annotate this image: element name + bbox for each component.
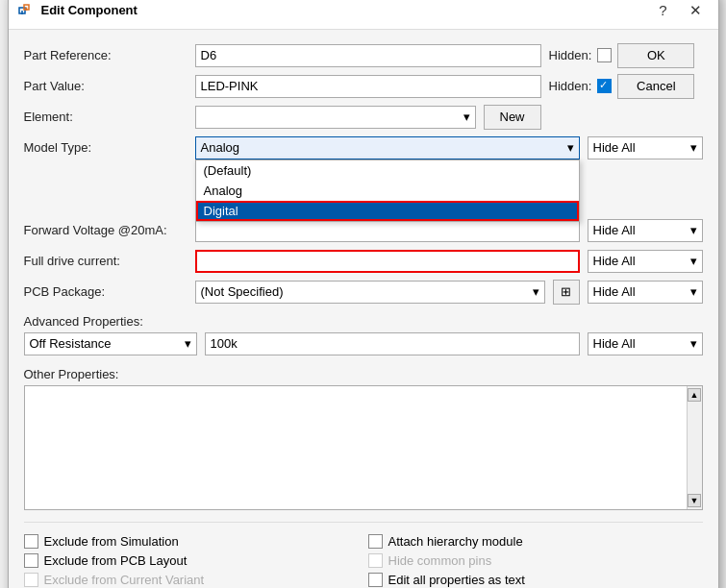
part-reference-row: Part Reference: Hidden: OK [24, 43, 703, 68]
hide-all-2-label: Hide All [593, 223, 636, 237]
titlebar: Edit Component ? ✕ [9, 0, 718, 30]
off-resistance-value-input[interactable] [205, 332, 580, 355]
hide-all-3-chevron: ▾ [690, 254, 697, 268]
edit-all-props-checkbox[interactable] [368, 573, 383, 587]
part-value-row: Part Value: Hidden: Cancel [24, 74, 703, 99]
other-properties-area: ▲ ▼ [24, 385, 703, 510]
forward-voltage-label: Forward Voltage @20mA: [24, 223, 188, 237]
edit-all-props-row: Edit all properties as text [368, 573, 703, 587]
exclude-sim-label: Exclude from Simulation [44, 534, 179, 549]
bottom-section: Exclude from Simulation Exclude from PCB… [24, 534, 703, 587]
attach-hierarchy-label: Attach hierarchy module [388, 534, 523, 549]
pcb-package-browse-button[interactable]: ⊞ [553, 280, 580, 305]
hide-common-pins-row: Hide common pins [368, 553, 703, 568]
attach-hierarchy-checkbox[interactable] [368, 534, 383, 549]
part-value-label: Part Value: [24, 79, 188, 93]
exclude-variant-label: Exclude from Current Variant [44, 573, 205, 587]
close-button[interactable]: ✕ [684, 0, 709, 23]
other-properties-section: Other Properties: ▲ ▼ [24, 361, 703, 510]
hidden-checkbox-2[interactable] [597, 79, 612, 93]
full-drive-label: Full drive current: [24, 254, 188, 268]
element-dropdown[interactable]: ▾ [195, 106, 476, 129]
hide-all-2-chevron: ▾ [690, 223, 697, 237]
exclude-pcb-checkbox[interactable] [24, 553, 38, 568]
exclude-pcb-label: Exclude from PCB Layout [44, 553, 188, 568]
model-type-chevron-icon: ▾ [567, 140, 574, 155]
dropdown-option-analog[interactable]: Analog [196, 181, 579, 201]
hide-all-3[interactable]: Hide All ▾ [588, 250, 703, 273]
forward-voltage-input[interactable] [195, 219, 580, 242]
dialog-content: Part Reference: Hidden: OK Part Value: H… [9, 30, 718, 589]
model-type-trigger[interactable]: Analog ▾ [195, 136, 580, 159]
model-type-dropdown-wrapper: Analog ▾ (Default) Analog Digital [195, 136, 580, 159]
hidden-checkbox-1[interactable] [597, 48, 612, 62]
pcb-package-dropdown[interactable]: (Not Specified) ▾ [195, 281, 545, 304]
other-properties-label: Other Properties: [24, 367, 703, 381]
advanced-section: Advanced Properties: Off Resistance ▾ Hi… [24, 314, 703, 355]
hide-all-adv-chevron: ▾ [690, 336, 697, 351]
hide-all-4-label: Hide All [593, 284, 636, 299]
off-resistance-label: Off Resistance [30, 336, 112, 351]
hide-all-1-chevron: ▾ [690, 140, 697, 155]
dialog-title: Edit Component [41, 3, 643, 17]
exclude-sim-checkbox[interactable] [24, 534, 38, 549]
hide-all-4-chevron: ▾ [690, 284, 697, 299]
model-type-dropdown-list: (Default) Analog Digital [195, 159, 580, 222]
cancel-button[interactable]: Cancel [617, 74, 694, 99]
hidden-group-2: Hidden: Cancel [549, 74, 703, 99]
pcb-package-row: PCB Package: (Not Specified) ▾ ⊞ Hide Al… [24, 280, 703, 305]
hidden-label-2: Hidden: [549, 79, 592, 93]
app-icon [18, 3, 34, 18]
checkboxes-right: Attach hierarchy module Hide common pins… [368, 534, 703, 587]
dropdown-option-default[interactable]: (Default) [196, 160, 579, 181]
full-drive-input[interactable] [195, 250, 580, 273]
pcb-package-label: PCB Package: [24, 284, 188, 299]
exclude-sim-row: Exclude from Simulation [24, 534, 359, 549]
new-button[interactable]: New [484, 105, 541, 130]
dropdown-option-digital[interactable]: Digital [196, 201, 579, 221]
hide-all-3-label: Hide All [593, 254, 636, 268]
exclude-variant-checkbox [24, 573, 38, 587]
ok-button[interactable]: OK [617, 43, 694, 68]
scroll-down-arrow[interactable]: ▼ [688, 494, 701, 507]
part-reference-input[interactable] [195, 44, 541, 67]
element-label: Element: [24, 110, 188, 124]
attach-hierarchy-row: Attach hierarchy module [368, 534, 703, 549]
hide-all-4[interactable]: Hide All ▾ [588, 281, 703, 304]
pcb-package-value: (Not Specified) [201, 284, 284, 299]
exclude-variant-row: Exclude from Current Variant [24, 573, 359, 587]
off-resistance-chevron-icon: ▾ [185, 336, 191, 351]
edit-component-dialog: Edit Component ? ✕ Part Reference: Hidde… [8, 0, 719, 588]
hide-common-pins-checkbox [368, 553, 383, 568]
divider [24, 522, 703, 523]
hide-all-1[interactable]: Hide All ▾ [588, 136, 703, 159]
pcb-chevron-icon: ▾ [533, 284, 539, 299]
element-row: Element: ▾ New [24, 105, 703, 130]
advanced-properties-label: Advanced Properties: [24, 314, 703, 329]
hide-all-1-label: Hide All [593, 140, 636, 155]
hide-all-2[interactable]: Hide All ▾ [588, 219, 703, 242]
vertical-scrollbar[interactable]: ▲ ▼ [687, 386, 702, 509]
advanced-row: Off Resistance ▾ Hide All ▾ [24, 332, 703, 355]
off-resistance-dropdown[interactable]: Off Resistance ▾ [24, 332, 197, 355]
hide-common-pins-label: Hide common pins [388, 553, 492, 568]
checkboxes-left: Exclude from Simulation Exclude from PCB… [24, 534, 359, 587]
part-value-input[interactable] [195, 75, 541, 98]
exclude-pcb-row: Exclude from PCB Layout [24, 553, 359, 568]
edit-all-props-label: Edit all properties as text [388, 573, 525, 587]
hidden-label-1: Hidden: [549, 48, 592, 62]
model-type-value: Analog [201, 140, 239, 155]
hide-all-adv-label: Hide All [593, 336, 636, 351]
full-drive-row: Full drive current: Hide All ▾ [24, 249, 703, 274]
model-type-label: Model Type: [24, 140, 188, 155]
help-button[interactable]: ? [651, 0, 676, 23]
element-chevron-icon: ▾ [463, 110, 470, 124]
part-reference-label: Part Reference: [24, 48, 188, 62]
scroll-up-arrow[interactable]: ▲ [688, 388, 701, 402]
hide-all-adv[interactable]: Hide All ▾ [588, 332, 703, 355]
model-type-row: Model Type: Analog ▾ (Default) Analog Di… [24, 135, 703, 160]
hidden-group-1: Hidden: OK [549, 43, 703, 68]
browse-icon: ⊞ [561, 284, 571, 299]
